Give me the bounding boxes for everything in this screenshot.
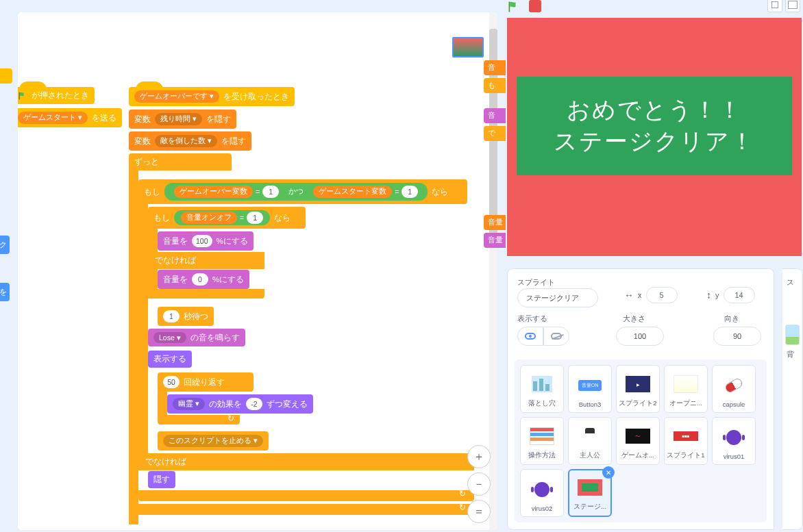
stop-script-block[interactable]: このスクリプトを止める ▾: [158, 431, 269, 451]
stage-pane[interactable]: ス 背: [782, 268, 803, 530]
sprite-card[interactable]: virus02: [520, 469, 564, 517]
peek-block[interactable]: 音: [484, 108, 506, 123]
hide-block[interactable]: 隠す: [148, 471, 175, 488]
dropdown[interactable]: 敵を倒した数 ▾: [155, 135, 217, 147]
layout-large-button[interactable]: [785, 0, 800, 12]
sprite-card[interactable]: ■■■スプライト1: [664, 417, 708, 465]
operator-and[interactable]: ゲームオーバー変数 = 1 かつ ゲームスタート変数 = 1: [164, 183, 428, 201]
sprite-name-input[interactable]: ステージクリア: [517, 288, 598, 307]
set-volume-block[interactable]: 音量を 0 %にする: [158, 270, 249, 289]
set-volume-block[interactable]: 音量を 100 %にする: [158, 231, 254, 251]
peek-block[interactable]: も: [484, 78, 506, 93]
zoom-out-button[interactable]: －: [467, 472, 491, 496]
x-label: x: [638, 291, 642, 299]
sprite-card[interactable]: capsule: [712, 365, 756, 413]
show-sprite-button[interactable]: [517, 327, 543, 346]
virus-icon: [726, 430, 741, 445]
stage-banner: おめでとう！！ ステージクリア！: [517, 77, 792, 175]
sprite-card[interactable]: virus01: [712, 417, 756, 465]
y-input[interactable]: 14: [724, 287, 755, 303]
backdrop-thumbnail[interactable]: [785, 325, 800, 345]
dropdown[interactable]: このスクリプトを止める ▾: [163, 435, 263, 447]
eye-open-icon: [525, 333, 536, 340]
operator-equals[interactable]: 音量オンオフ = 1: [174, 210, 270, 225]
green-flag-button[interactable]: [507, 0, 523, 15]
size-input[interactable]: 100: [616, 327, 664, 346]
y-label: y: [715, 291, 719, 299]
forever-block[interactable]: ずっと: [129, 153, 232, 170]
sprite-thumbnail: [452, 37, 484, 58]
sprite-card[interactable]: 操作方法: [520, 417, 564, 465]
sprite-card[interactable]: 主人公: [568, 417, 612, 465]
sprite-card[interactable]: オープニ...: [664, 365, 708, 413]
peek-block[interactable]: 音: [484, 60, 506, 75]
change-effect-block[interactable]: 幽霊 ▾ の効果を -2 ずつ変える: [167, 394, 313, 414]
show-block[interactable]: 表示する: [148, 351, 192, 368]
peek-block[interactable]: 音量: [484, 233, 506, 248]
if-block[interactable]: もし 音量オンオフ = 1 なら: [148, 207, 306, 229]
sprite-info-pane: スプライト ステージクリア ↔ x 5 ↕ y 14 表示する 大きさ 100 …: [507, 268, 774, 530]
zoom-in-button[interactable]: ＋: [467, 445, 491, 468]
hero-icon: [583, 428, 597, 444]
sprite-label: スプライト: [517, 277, 555, 288]
x-arrows-icon: ↔: [624, 290, 634, 301]
dropdown[interactable]: 幽霊 ▾: [173, 398, 205, 410]
stage-text-2: ステージクリア！: [554, 126, 755, 157]
hide-variable-block[interactable]: 変数 敵を倒した数 ▾ を隠す: [129, 131, 251, 151]
dropdown[interactable]: ゲームスタート ▾: [18, 112, 88, 124]
layout-small-button[interactable]: [767, 0, 782, 12]
stage-text-1: おめでとう！！: [567, 94, 743, 126]
sprite-card[interactable]: ▶スプライト2: [616, 365, 660, 413]
stage-preview[interactable]: おめでとう！！ ステージクリア！: [507, 18, 802, 256]
sprite-card[interactable]: 落とし穴: [520, 365, 564, 413]
else-branch[interactable]: でなければ: [148, 252, 264, 269]
when-flag-clicked-block[interactable]: が押されたとき: [18, 87, 95, 104]
capsule-icon: [724, 377, 744, 394]
hide-sprite-button[interactable]: [543, 327, 569, 346]
virus-icon: [534, 482, 549, 497]
stage-pane-title: ス: [782, 269, 802, 290]
play-sound-block[interactable]: Lose ▾ の音を鳴らす: [148, 329, 245, 346]
zoom-reset-button[interactable]: ＝: [467, 500, 491, 523]
peek-block[interactable]: を: [0, 283, 10, 301]
dropdown[interactable]: ゲームオーバーです ▾: [134, 90, 219, 103]
wait-block[interactable]: 1 秒待つ: [158, 307, 214, 326]
size-label: 大きさ: [623, 314, 645, 324]
peek-block[interactable]: [0, 68, 12, 84]
if-block[interactable]: もし ゲームオーバー変数 = 1 かつ ゲームスタート変数 = 1 なら: [138, 179, 467, 204]
backdrops-label: 背: [782, 345, 802, 362]
hide-variable-block[interactable]: 変数 残り時間 ▾ を隠す: [129, 110, 236, 129]
block-label: を送る: [92, 113, 116, 123]
direction-label: 向き: [724, 314, 739, 324]
else-branch[interactable]: でなければ: [138, 453, 474, 470]
peek-block[interactable]: で: [484, 126, 506, 141]
peek-block[interactable]: ク: [0, 236, 10, 254]
block-label: が押されたとき: [32, 90, 89, 101]
when-receive-block[interactable]: ゲームオーバーです ▾ を受け取ったとき: [129, 87, 295, 106]
repeat-block[interactable]: 50 回繰り返す: [158, 372, 254, 392]
peek-block[interactable]: 音量: [484, 215, 506, 230]
y-arrows-icon: ↕: [706, 290, 711, 301]
direction-input[interactable]: 90: [713, 327, 761, 346]
sprite-card-selected[interactable]: ✕ ステージ...: [568, 469, 612, 517]
x-input[interactable]: 5: [646, 287, 678, 303]
dropdown[interactable]: 残り時間 ▾: [155, 113, 202, 125]
sprite-list: 落とし穴 音量ONButton3 ▶スプライト2 オープニ... capsule…: [515, 359, 767, 522]
broadcast-block[interactable]: ゲームスタート ▾ を送る: [18, 108, 122, 127]
show-label: 表示する: [517, 314, 547, 324]
blocks-workspace[interactable]: が押されたとき ゲームスタート ▾ を送る ゲームオーバーです ▾ を受け取った…: [18, 12, 497, 530]
stop-button[interactable]: [529, 0, 545, 15]
delete-sprite-button[interactable]: ✕: [602, 466, 615, 479]
block-label: を受け取ったとき: [223, 92, 289, 102]
dropdown[interactable]: Lose ▾: [153, 332, 186, 343]
sprite-card[interactable]: 音量ONButton3: [568, 365, 612, 413]
sprite-card[interactable]: 〜ゲームオ...: [616, 417, 660, 465]
eye-off-icon: [551, 333, 562, 340]
